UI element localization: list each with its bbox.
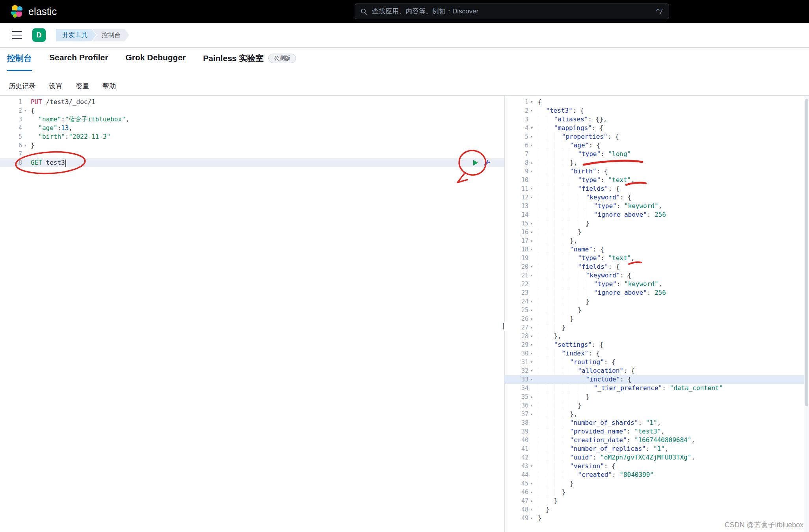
fold-close-icon[interactable]: ▴ bbox=[528, 314, 535, 323]
console-output: 1▾{2▾ "test3": {3 "aliases": {},4▾ "mapp… bbox=[505, 96, 809, 532]
output-line: 8▴ }, bbox=[505, 158, 809, 167]
fold-open-icon[interactable]: ▾ bbox=[528, 262, 535, 271]
fold-close-icon[interactable]: ▴ bbox=[528, 323, 535, 332]
code-text: "include": { bbox=[535, 375, 631, 384]
line-number: 49 bbox=[505, 514, 528, 523]
fold-close-icon[interactable]: ▴ bbox=[528, 479, 535, 488]
line-number: 4 bbox=[505, 124, 528, 132]
output-line: 30▾ "index": { bbox=[505, 349, 809, 358]
settings-button[interactable]: 设置 bbox=[49, 82, 62, 91]
fold-close-icon[interactable]: ▴ bbox=[528, 158, 535, 167]
wrench-button[interactable] bbox=[483, 159, 491, 167]
menu-icon[interactable] bbox=[12, 31, 22, 39]
fold-close-icon[interactable]: ▴ bbox=[528, 332, 535, 340]
breadcrumb-console[interactable]: 控制台 bbox=[92, 29, 129, 41]
output-line: 11▾ "fields": { bbox=[505, 184, 809, 193]
fold-open-icon[interactable]: ▾ bbox=[528, 141, 535, 150]
output-line: 12▾ "keyword": { bbox=[505, 193, 809, 202]
page: elastic ^/ D 开发工具 控制台 控制台 Search Profile… bbox=[0, 0, 809, 532]
fold-close-icon[interactable]: ▴ bbox=[528, 297, 535, 306]
editor-line[interactable]: 1PUT /test3/_doc/1 bbox=[0, 98, 504, 106]
line-number: 13 bbox=[505, 202, 528, 210]
variables-button[interactable]: 变量 bbox=[76, 82, 89, 91]
fold-open-icon[interactable]: ▾ bbox=[528, 340, 535, 349]
fold-close-icon[interactable]: ▴ bbox=[528, 306, 535, 314]
code-text: "properties": { bbox=[535, 132, 619, 141]
code-text: } bbox=[535, 401, 582, 410]
line-number: 27 bbox=[505, 323, 528, 332]
output-line: 22 "type": "keyword", bbox=[505, 280, 809, 288]
fold-open-icon[interactable]: ▾ bbox=[528, 358, 535, 366]
line-number: 28 bbox=[505, 332, 528, 340]
output-line: 1▾{ bbox=[505, 98, 809, 106]
line-number: 31 bbox=[505, 358, 528, 366]
line-number: 5 bbox=[505, 132, 528, 141]
line-number: 1 bbox=[0, 98, 22, 106]
fold-close-icon[interactable]: ▴ bbox=[528, 505, 535, 514]
line-number: 12 bbox=[505, 193, 528, 202]
space-avatar[interactable]: D bbox=[32, 28, 46, 42]
line-number: 48 bbox=[505, 505, 528, 514]
breadcrumb-dev-tools[interactable]: 开发工具 bbox=[56, 29, 96, 41]
editor-line[interactable]: 3 "name":"蓝盒子itbluebox", bbox=[0, 115, 504, 124]
help-button[interactable]: 帮助 bbox=[102, 82, 116, 91]
output-line: 26▴ } bbox=[505, 314, 809, 323]
output-line: 18▾ "name": { bbox=[505, 245, 809, 254]
console-editor[interactable]: 1PUT /test3/_doc/12▾{3 "name":"蓝盒子itblue… bbox=[0, 96, 504, 532]
fold-open-icon[interactable]: ▾ bbox=[528, 349, 535, 358]
fold-open-icon[interactable]: ▾ bbox=[528, 366, 535, 375]
history-button[interactable]: 历史记录 bbox=[9, 82, 35, 91]
editor-line[interactable]: 4 "age":13, bbox=[0, 124, 504, 132]
fold-close-icon[interactable]: ▴ bbox=[528, 228, 535, 236]
code-text: "type": "text", bbox=[535, 176, 635, 184]
fold-open-icon[interactable]: ▾ bbox=[528, 184, 535, 193]
line-number: 26 bbox=[505, 314, 528, 323]
scrollbar-thumb[interactable] bbox=[805, 99, 808, 406]
code-text: } bbox=[535, 306, 582, 314]
fold-close-icon[interactable]: ▴ bbox=[528, 488, 535, 497]
tab-painless-lab[interactable]: Painless 实验室公测版 bbox=[203, 53, 296, 70]
line-number: 21 bbox=[505, 271, 528, 280]
fold-close-icon[interactable]: ▴ bbox=[528, 401, 535, 410]
fold-open-icon[interactable]: ▾ bbox=[528, 98, 535, 106]
editor-line[interactable]: 6▴} bbox=[0, 141, 504, 150]
tab-search-profiler[interactable]: Search Profiler bbox=[49, 53, 108, 68]
fold-close-icon[interactable]: ▴ bbox=[528, 236, 535, 245]
fold-spacer bbox=[528, 471, 535, 479]
editor-line[interactable]: 7 bbox=[0, 150, 504, 158]
fold-open-icon[interactable]: ▾ bbox=[528, 271, 535, 280]
fold-open-icon[interactable]: ▾ bbox=[528, 106, 535, 115]
fold-close-icon[interactable]: ▴ bbox=[528, 392, 535, 401]
fold-open-icon[interactable]: ▾ bbox=[528, 132, 535, 141]
fold-open-icon[interactable]: ▾ bbox=[528, 193, 535, 202]
fold-open-icon[interactable]: ▾ bbox=[528, 245, 535, 254]
fold-open-icon[interactable]: ▾ bbox=[22, 106, 28, 115]
output-line: 9▾ "birth": { bbox=[505, 167, 809, 176]
editor-line[interactable]: 8GET test3 bbox=[0, 158, 504, 167]
fold-close-icon[interactable]: ▴ bbox=[22, 141, 28, 150]
code-text: } bbox=[535, 497, 558, 505]
output-line: 5▾ "properties": { bbox=[505, 132, 809, 141]
code-text: "index": { bbox=[535, 349, 600, 358]
fold-open-icon[interactable]: ▾ bbox=[528, 462, 535, 471]
fold-close-icon[interactable]: ▴ bbox=[528, 410, 535, 419]
scrollbar-track bbox=[804, 96, 809, 532]
code-text: "name":"蓝盒子itbluebox", bbox=[28, 115, 129, 124]
search-input[interactable] bbox=[371, 7, 652, 16]
send-request-play-button[interactable] bbox=[471, 159, 479, 167]
global-search-bar[interactable]: ^/ bbox=[355, 4, 669, 19]
fold-close-icon[interactable]: ▴ bbox=[528, 514, 535, 523]
editor-line[interactable]: 2▾{ bbox=[0, 106, 504, 115]
editor-line[interactable]: 5 "birth":"2022-11-3" bbox=[0, 132, 504, 141]
fold-close-icon[interactable]: ▴ bbox=[528, 497, 535, 505]
fold-spacer bbox=[528, 436, 535, 445]
fold-open-icon[interactable]: ▾ bbox=[528, 124, 535, 132]
tab-console[interactable]: 控制台 bbox=[7, 53, 32, 71]
request-actions bbox=[471, 158, 504, 167]
fold-open-icon[interactable]: ▾ bbox=[528, 167, 535, 176]
tab-grok-debugger[interactable]: Grok Debugger bbox=[125, 53, 186, 68]
fold-open-icon[interactable]: ▾ bbox=[528, 375, 535, 384]
fold-close-icon[interactable]: ▴ bbox=[528, 219, 535, 228]
code-text: "test3": { bbox=[535, 106, 584, 115]
output-line: 29▾ "settings": { bbox=[505, 340, 809, 349]
